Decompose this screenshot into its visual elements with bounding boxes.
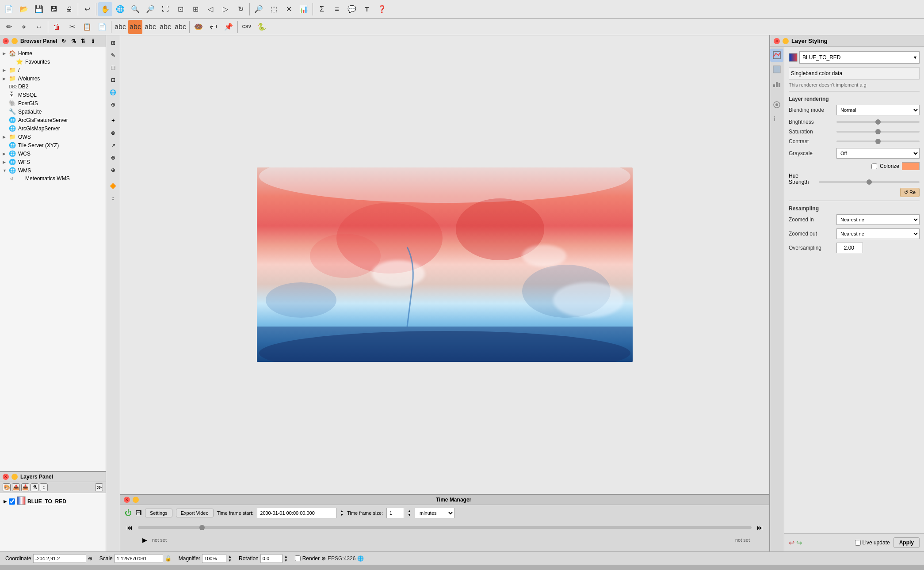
copy-feature-btn[interactable]: 📋 — [80, 20, 94, 34]
map-canvas[interactable] — [120, 35, 769, 494]
tree-item-xyz[interactable]: 🌐 Tile Server (XYZ) — [0, 141, 106, 149]
side-btn-1[interactable]: ⊞ — [107, 37, 119, 49]
anno2-btn[interactable]: abc — [158, 20, 172, 34]
refresh-btn[interactable]: ↻ — [233, 2, 248, 16]
browser-close-btn[interactable]: ✕ — [3, 38, 9, 44]
tm-power-icon[interactable]: ⏻ — [125, 509, 132, 517]
layers-min-btn[interactable] — [11, 474, 18, 480]
layers-remove-btn[interactable]: 📥 — [21, 483, 29, 491]
grayscale-select[interactable]: Off — [836, 148, 920, 159]
saturation-slider[interactable] — [836, 131, 920, 133]
open-project-btn[interactable]: 📂 — [17, 2, 31, 16]
magnifier-spin[interactable]: ▲▼ — [228, 555, 232, 562]
add-comment-btn[interactable]: 💬 — [345, 2, 359, 16]
digitize-btn[interactable]: ✏ — [2, 20, 16, 34]
tm-slider-track[interactable] — [138, 526, 752, 529]
scale-input[interactable] — [115, 554, 163, 563]
save-as-btn[interactable]: 🖫 — [47, 2, 61, 16]
rotation-spin[interactable]: ▲▼ — [284, 555, 288, 562]
side-btn-9[interactable]: ↗ — [107, 140, 119, 151]
print-btn[interactable]: 🖨 — [62, 2, 76, 16]
side-btn-7[interactable]: ✦ — [107, 115, 119, 126]
tree-item-wms[interactable]: ▼ 🌐 WMS — [0, 166, 106, 175]
tab-metadata[interactable]: i — [770, 112, 783, 125]
redo-style-btn[interactable]: ↪ — [796, 539, 802, 547]
tab-symbology[interactable] — [770, 49, 783, 62]
cut-feature-btn[interactable]: ✂ — [65, 20, 79, 34]
save-project-btn[interactable]: 💾 — [32, 2, 46, 16]
label-tool-btn[interactable]: 🏷 — [206, 20, 221, 34]
magnifier-input[interactable] — [202, 554, 226, 563]
tree-item-volumes[interactable]: ▶ 📁 /Volumes — [0, 74, 106, 83]
move-feature-btn[interactable]: ↔ — [32, 20, 46, 34]
help-btn[interactable]: ❓ — [375, 2, 389, 16]
layer-visibility-checkbox[interactable] — [9, 498, 15, 505]
tree-item-arcgisfeature[interactable]: 🌐 ArcGisFeatureServer — [0, 116, 106, 124]
layers-order-btn[interactable]: ↕ — [40, 483, 48, 491]
tree-item-db2[interactable]: DB2 DB2 — [0, 83, 106, 91]
side-btn-3[interactable]: ⬚ — [107, 62, 119, 73]
undo-btn[interactable]: ↩ — [80, 2, 94, 16]
layer-diagram-btn[interactable]: 🍩 — [191, 20, 206, 34]
brightness-slider[interactable] — [836, 121, 920, 123]
tm-size-spin[interactable]: ▲▼ — [408, 509, 411, 517]
colorize-color-swatch[interactable] — [902, 162, 920, 170]
layer-name-dropdown[interactable]: BLUE_TO_RED ▾ — [799, 51, 920, 64]
side-btn-11[interactable]: ⊕ — [107, 164, 119, 176]
tm-close-btn[interactable]: ✕ — [124, 497, 130, 503]
tab-histogram[interactable] — [770, 77, 783, 90]
python-btn[interactable]: 🐍 — [255, 20, 269, 34]
side-btn-6[interactable]: ⊕ — [107, 99, 119, 110]
layers-filter-btn[interactable]: ⚗ — [31, 483, 38, 491]
zoom-full-btn[interactable]: ⛶ — [158, 2, 172, 16]
live-update-checkbox[interactable] — [855, 540, 861, 546]
anno3-btn[interactable]: abc — [173, 20, 187, 34]
anno1-btn[interactable]: abc — [143, 20, 157, 34]
csv-btn[interactable]: CSV — [240, 20, 254, 34]
layer-properties-btn[interactable]: ≡ — [330, 2, 344, 16]
epsg-settings-icon[interactable]: 🌐 — [357, 555, 364, 562]
tree-item-arcgismap[interactable]: 🌐 ArcGisMapServer — [0, 124, 106, 133]
tm-rewind-btn[interactable]: ⏮ — [125, 523, 134, 532]
tm-unit-select[interactable]: minutes — [415, 508, 454, 518]
zoom-layer-btn[interactable]: ⊞ — [188, 2, 202, 16]
tm-export-btn[interactable]: Export Video — [176, 509, 214, 517]
browser-min-btn[interactable] — [11, 38, 18, 44]
tab-rendering[interactable] — [770, 98, 783, 111]
side-btn-12[interactable]: 🔶 — [107, 180, 119, 192]
blending-mode-select[interactable]: Normal — [836, 105, 920, 115]
zoomed-out-select[interactable]: Nearest ne — [836, 228, 920, 239]
browser-info-icon[interactable]: ℹ — [89, 37, 97, 45]
tree-item-wcs[interactable]: ▶ 🌐 WCS — [0, 149, 106, 158]
tree-item-root[interactable]: ▶ 📁 / — [0, 66, 106, 74]
delete-feature-btn[interactable]: 🗑 — [50, 20, 64, 34]
layer-item-blue-to-red[interactable]: ▶ — [2, 495, 104, 508]
identify-btn[interactable]: 🔎 — [252, 2, 266, 16]
tree-item-home[interactable]: ▶ 🏠 Home — [0, 49, 106, 57]
zoom-out-btn[interactable]: 🔎 — [143, 2, 157, 16]
tm-settings-btn[interactable]: Settings — [145, 509, 172, 517]
styling-min-btn[interactable] — [783, 38, 789, 44]
zoomed-in-select[interactable]: Nearest ne — [836, 214, 920, 225]
add-html-anno-btn[interactable]: abc — [128, 20, 142, 34]
browser-filter-icon[interactable]: ⚗ — [69, 37, 77, 45]
colorize-checkbox[interactable] — [871, 163, 877, 169]
side-btn-4[interactable]: ⊡ — [107, 74, 119, 86]
side-btn-13[interactable]: ↕ — [107, 193, 119, 204]
strength-slider[interactable] — [819, 181, 920, 183]
tree-item-spatialite[interactable]: 🔧 SpatiaLite — [0, 107, 106, 116]
tree-item-wfs[interactable]: ▶ 🌐 WFS — [0, 158, 106, 166]
tree-item-meteomatics[interactable]: ◁ Meteomatics WMS — [0, 175, 106, 182]
new-project-btn[interactable]: 📄 — [2, 2, 16, 16]
paste-feature-btn[interactable]: 📄 — [95, 20, 109, 34]
tree-item-mssql[interactable]: 🗄 MSSQL — [0, 91, 106, 99]
tm-size-input[interactable] — [386, 508, 404, 518]
tree-item-favourites[interactable]: ⭐ Favourites — [0, 57, 106, 66]
side-btn-5[interactable]: 🌐 — [107, 87, 119, 98]
pan-btn[interactable]: ✋ — [98, 2, 112, 16]
tm-start-input[interactable] — [257, 508, 336, 518]
render-checkbox[interactable] — [295, 555, 301, 561]
pin-label-btn[interactable]: 📌 — [221, 20, 236, 34]
tm-forward-btn[interactable]: ⏭ — [755, 523, 765, 532]
lock-icon[interactable]: 🔓 — [165, 555, 172, 562]
